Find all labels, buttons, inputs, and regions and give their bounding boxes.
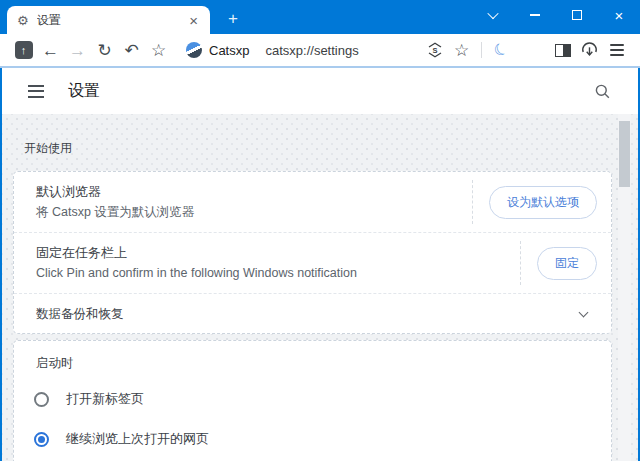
forward-button: →: [64, 37, 91, 63]
star-outline-icon: ☆: [151, 42, 166, 59]
catsxp-logo-icon: [186, 42, 202, 58]
settings-header: 设置: [2, 68, 638, 114]
side-panel-button[interactable]: [549, 37, 576, 63]
maximize-icon: [572, 10, 582, 20]
option-new-tab-row[interactable]: 打开新标签页: [14, 390, 611, 408]
download-icon: [580, 41, 599, 60]
page-title: 设置: [68, 81, 100, 102]
layers-s-icon: S: [426, 41, 444, 59]
row-subtitle: Click Pin and confirm in the following W…: [36, 263, 357, 283]
download-button[interactable]: [576, 37, 603, 63]
browser-toolbar: ↑ ← → ↻ ↶ ☆ Catsxp catsxp://settings S ☆…: [0, 34, 640, 68]
row-text: 数据备份和恢复: [14, 304, 136, 324]
sidebar-icon: [555, 44, 571, 57]
pin-button[interactable]: 固定: [537, 247, 597, 280]
chevron-down-icon: [487, 8, 498, 19]
bookmark-button[interactable]: ☆: [448, 37, 475, 63]
toolbar-separator: [481, 42, 482, 58]
site-brand-label: Catsxp: [209, 43, 249, 58]
row-title: 固定在任务栏上: [36, 243, 357, 263]
new-tab-button[interactable]: +: [220, 6, 246, 32]
row-text: 默认浏览器 将 Catsxp 设置为默认浏览器: [14, 172, 206, 232]
expand-chevron-icon[interactable]: [579, 307, 589, 317]
row-text: 固定在任务栏上 Click Pin and confirm in the fol…: [14, 233, 369, 293]
toolbar-right-group: S ☆ ☾: [421, 37, 630, 63]
address-bar[interactable]: Catsxp catsxp://settings: [186, 42, 359, 58]
tab-gear-icon: ⚙: [17, 14, 29, 27]
option-continue-row[interactable]: 继续浏览上次打开的网页: [14, 430, 611, 448]
set-default-button[interactable]: 设为默认选项: [489, 186, 597, 219]
forward-icon: →: [69, 42, 86, 59]
singlefile-extension-button[interactable]: S: [421, 37, 448, 63]
moon-icon: ☾: [492, 40, 512, 61]
default-browser-row: 默认浏览器 将 Catsxp 设置为默认浏览器 设为默认选项: [14, 172, 611, 232]
on-startup-card: 启动时 打开新标签页 继续浏览上次打开的网页: [13, 340, 612, 461]
boss-key-button[interactable]: ↑: [10, 37, 37, 63]
minimize-button[interactable]: [514, 0, 556, 30]
radio-label: 继续浏览上次打开的网页: [66, 430, 209, 448]
minimize-icon: [530, 14, 540, 16]
action-separator: [472, 180, 473, 224]
browser-menu-button[interactable]: [603, 37, 630, 63]
tab-settings[interactable]: ↻ ⚙ 设置 ×: [7, 6, 210, 34]
scrollbar-thumb[interactable]: [619, 121, 630, 187]
settings-search-button[interactable]: [593, 82, 612, 101]
tab-strip: ↻ ⚙ 设置 × + ×: [0, 0, 640, 34]
row-action: 固定: [520, 233, 611, 293]
browser-window: ↻ ⚙ 设置 × + × ↑ ← → ↻ ↶ ☆ Catsxp catsxp:/…: [0, 0, 640, 461]
svg-text:S: S: [432, 46, 437, 55]
undo-icon: ↶: [124, 42, 138, 59]
backup-restore-row[interactable]: 数据备份和恢复: [14, 293, 611, 333]
section-label: 开始使用: [24, 140, 638, 157]
tab-title: 设置: [37, 12, 186, 29]
home-button[interactable]: ☆: [145, 37, 172, 63]
row-subtitle: 将 Catsxp 设置为默认浏览器: [36, 202, 194, 222]
pin-taskbar-row: 固定在任务栏上 Click Pin and confirm in the fol…: [14, 232, 611, 293]
tab-search-chevron-button[interactable]: [472, 0, 514, 30]
refresh-icon: ↻: [97, 42, 111, 59]
bookmark-star-icon: ☆: [454, 42, 469, 59]
back-button[interactable]: ←: [37, 37, 64, 63]
on-startup-label: 启动时: [14, 341, 611, 372]
search-icon: [593, 82, 612, 101]
hamburger-menu-icon: [610, 44, 624, 55]
maximize-button[interactable]: [556, 0, 598, 30]
radio-label: 打开新标签页: [66, 390, 144, 408]
action-separator: [520, 241, 521, 285]
radio-unselected-icon[interactable]: [34, 392, 49, 407]
get-started-card: 默认浏览器 将 Catsxp 设置为默认浏览器 设为默认选项 固定在任务栏上 C…: [13, 171, 612, 334]
row-title: 默认浏览器: [36, 182, 194, 202]
settings-page: 开始使用 默认浏览器 将 Catsxp 设置为默认浏览器 设为默认选项 固定在任…: [2, 114, 638, 461]
refresh-button[interactable]: ↻: [91, 37, 118, 63]
window-controls: ×: [472, 0, 640, 30]
radio-selected-icon[interactable]: [34, 432, 49, 447]
close-button[interactable]: ×: [598, 0, 640, 30]
url-text[interactable]: catsxp://settings: [265, 43, 358, 58]
dark-mode-button[interactable]: ☾: [488, 37, 515, 63]
settings-menu-button[interactable]: [28, 85, 44, 98]
row-action: 设为默认选项: [472, 172, 611, 232]
browser-content: 设置 开始使用 默认浏览器 将 Catsxp 设置为默认浏览器: [0, 68, 640, 461]
back-icon: ←: [42, 42, 59, 59]
row-title: 数据备份和恢复: [36, 304, 124, 324]
box-arrow-up-icon: ↑: [15, 41, 33, 59]
tab-close-icon[interactable]: ×: [185, 13, 202, 28]
undo-close-tab-button[interactable]: ↶: [118, 37, 145, 63]
